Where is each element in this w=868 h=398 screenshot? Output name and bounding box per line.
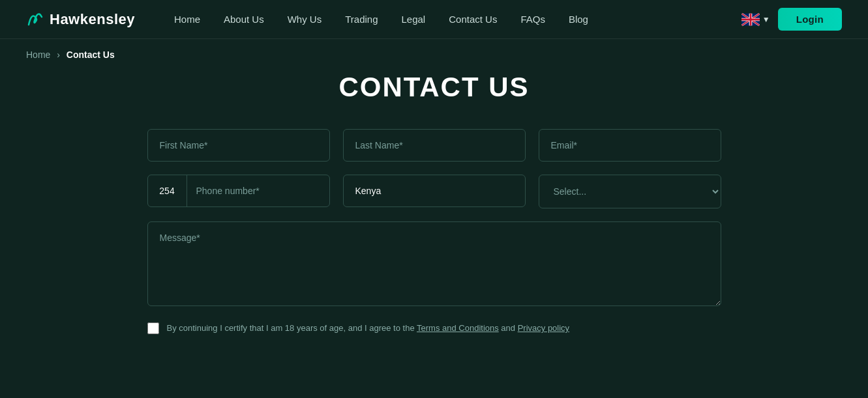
navbar: Hawkensley Home About Us Why Us Trading … <box>0 0 868 39</box>
nav-home[interactable]: Home <box>174 14 200 25</box>
message-group <box>147 221 721 309</box>
uk-flag-icon <box>741 13 760 26</box>
phone-group: 254 <box>147 175 330 208</box>
form-row-1 <box>147 129 721 162</box>
terms-checkbox[interactable] <box>147 322 159 334</box>
nav-why[interactable]: Why Us <box>288 14 322 25</box>
breadcrumb-separator: › <box>57 50 60 60</box>
brand-name: Hawkensley <box>50 11 135 28</box>
nav-contact[interactable]: Contact Us <box>449 14 497 25</box>
terms-link[interactable]: Terms and Conditions <box>417 323 499 333</box>
logo-icon <box>26 10 44 29</box>
phone-prefix: 254 <box>148 175 187 206</box>
privacy-link[interactable]: Privacy policy <box>518 323 569 333</box>
nav-blog[interactable]: Blog <box>569 14 588 25</box>
chevron-down-icon: ▼ <box>762 15 770 24</box>
form-row-3 <box>147 221 721 309</box>
checkbox-text: By continuing I certify that I am 18 yea… <box>167 323 417 333</box>
terms-checkbox-row: By continuing I certify that I am 18 yea… <box>147 322 721 335</box>
last-name-group <box>343 129 526 162</box>
and-text: and <box>499 323 518 333</box>
select-group: Select... <box>539 175 721 208</box>
login-button[interactable]: Login <box>778 8 842 31</box>
nav-links: Home About Us Why Us Trading Legal Conta… <box>174 14 741 25</box>
email-group <box>539 129 721 162</box>
nav-trading[interactable]: Trading <box>345 14 378 25</box>
breadcrumb-current: Contact Us <box>67 50 115 60</box>
nav-legal[interactable]: Legal <box>402 14 426 25</box>
country-group <box>343 175 526 208</box>
phone-field-container: 254 <box>147 175 330 207</box>
first-name-input[interactable] <box>147 129 330 162</box>
breadcrumb: Home › Contact Us <box>0 39 868 65</box>
nav-about[interactable]: About Us <box>224 14 264 25</box>
first-name-group <box>147 129 330 162</box>
phone-number-input[interactable] <box>187 175 329 206</box>
main-content: CONTACT US 254 Select... <box>134 65 734 361</box>
last-name-input[interactable] <box>343 129 526 162</box>
terms-label: By continuing I certify that I am 18 yea… <box>167 322 570 335</box>
logo-link[interactable]: Hawkensley <box>26 10 135 29</box>
topic-select[interactable]: Select... <box>539 175 721 208</box>
language-selector[interactable]: ▼ <box>741 13 770 26</box>
email-input[interactable] <box>539 129 721 162</box>
message-textarea[interactable] <box>147 221 721 306</box>
page-title: CONTACT US <box>147 72 721 103</box>
form-row-2: 254 Select... <box>147 175 721 208</box>
country-input[interactable] <box>343 175 526 207</box>
breadcrumb-home-link[interactable]: Home <box>26 50 50 60</box>
nav-right: ▼ Login <box>741 8 842 31</box>
nav-faqs[interactable]: FAQs <box>520 14 545 25</box>
